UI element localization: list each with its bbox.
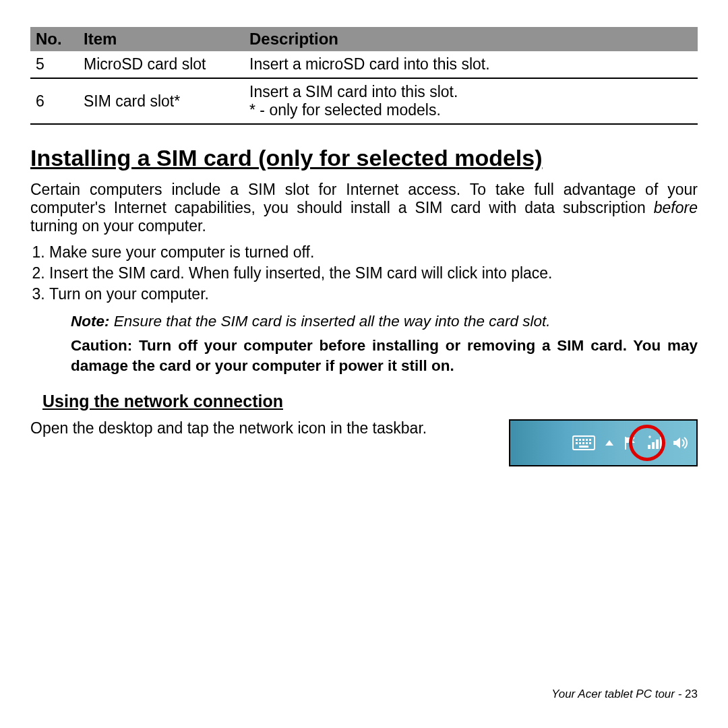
heading-network-connection: Using the network connection [42,392,698,411]
svg-rect-8 [582,442,584,444]
cell-desc: Insert a microSD card into this slot. [244,51,698,78]
cell-item: SIM card slot* [78,78,244,124]
intro-em: before [654,199,698,216]
svg-rect-4 [586,439,588,441]
th-no: No. [30,27,78,51]
note-text: Ensure that the SIM card is inserted all… [110,313,551,330]
svg-rect-9 [586,442,588,444]
install-steps: Make sure your computer is turned off. I… [30,243,698,303]
th-desc: Description [244,27,698,51]
svg-rect-1 [576,439,578,441]
page-footer: Your Acer tablet PC tour - 23 [551,688,698,701]
svg-rect-5 [589,439,591,441]
svg-rect-7 [579,442,581,444]
list-item: Insert the SIM card. When fully inserted… [49,264,698,282]
table-row: 5 MicroSD card slot Insert a microSD car… [30,51,698,78]
taskbar-screenshot: * [509,419,698,466]
network-wrap: Open the desktop and tap the network ico… [30,419,698,466]
note-line: Note: Ensure that the SIM card is insert… [71,313,698,330]
heading-install-sim: Installing a SIM card (only for selected… [30,145,698,171]
list-item: Make sure your computer is turned off. [49,243,698,262]
footer-label: Your Acer tablet PC tour - [551,688,685,700]
svg-rect-3 [582,439,584,441]
highlight-circle [629,425,665,461]
footer-page-number: 23 [685,688,698,700]
svg-rect-11 [579,446,588,448]
table-row: 6 SIM card slot* Insert a SIM card into … [30,78,698,124]
network-text: Open the desktop and tap the network ico… [30,419,495,437]
notes-block: Note: Ensure that the SIM card is insert… [71,313,698,377]
slots-table: No. Item Description 5 MicroSD card slot… [30,27,698,125]
cell-no: 6 [30,78,78,124]
svg-rect-10 [589,442,591,444]
intro-post: turning on your computer. [30,217,206,235]
cell-no: 5 [30,51,78,78]
note-label: Note: [71,313,110,330]
arrow-up-icon [605,439,614,446]
cell-item: MicroSD card slot [78,51,244,78]
svg-marker-19 [673,437,680,448]
th-item: Item [78,27,244,51]
cell-desc: Insert a SIM card into this slot. * - on… [244,78,698,124]
svg-rect-2 [579,439,581,441]
keyboard-icon [572,435,595,450]
volume-icon [672,435,688,450]
intro-pre: Certain computers include a SIM slot for… [30,181,698,216]
table-header-row: No. Item Description [30,27,698,51]
list-item: Turn on your computer. [49,285,698,303]
svg-marker-12 [605,440,613,446]
intro-paragraph: Certain computers include a SIM slot for… [30,181,698,235]
svg-rect-6 [576,442,578,444]
caution-line: Caution: Turn off your computer before i… [71,336,698,377]
